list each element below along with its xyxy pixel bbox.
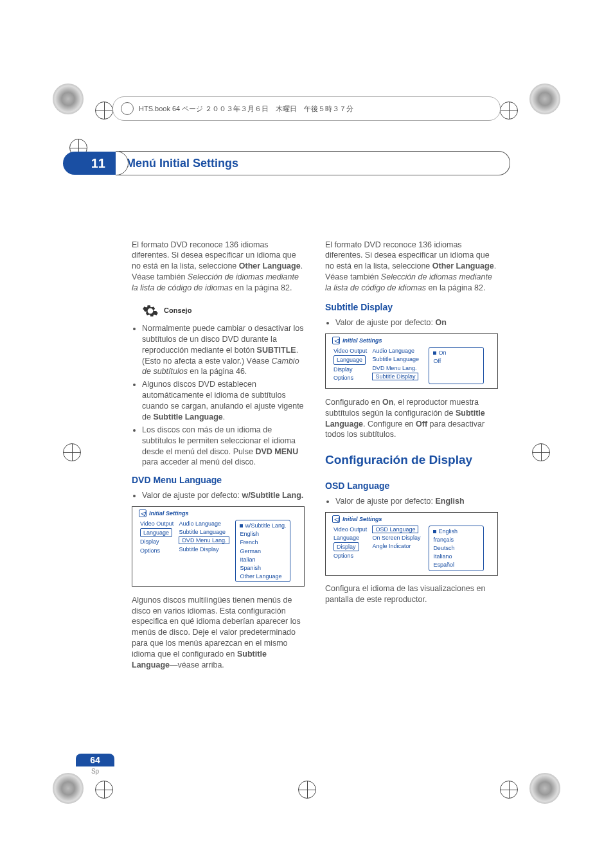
mini-item: Display	[139, 538, 175, 545]
corner-ornament	[53, 84, 84, 114]
text-bold: On	[435, 318, 446, 327]
mini-item: On Screen Display	[371, 534, 426, 542]
default-list: Valor de ajuste por defecto: On	[325, 317, 498, 328]
mini-item: Language	[332, 534, 368, 542]
corner-ornament	[529, 84, 560, 114]
mini-option: Off	[432, 357, 481, 365]
mini-option: Deutsch	[432, 544, 481, 552]
mini-mid-col: Audio Language Subtitle Language DVD Men…	[177, 520, 233, 582]
registration-mark-icon	[532, 443, 550, 461]
mini-item-highlight: OSD Language	[372, 526, 418, 533]
corner-ornament	[53, 773, 84, 804]
text: para acceder al menú del disco.	[142, 457, 256, 466]
mini-left-col: Video Output Language Display Options	[139, 520, 175, 582]
default-list: Valor de ajuste por defecto: w/Subtitle …	[132, 490, 305, 501]
mini-right-col: English français Deutsch Italiano Españo…	[429, 526, 484, 571]
heading-dvd-menu-language: DVD Menu Language	[132, 474, 305, 486]
mini-item: Options	[332, 374, 368, 382]
list-item: Valor de ajuste por defecto: w/Subtitle …	[142, 490, 305, 501]
mini-item: Audio Language	[371, 347, 426, 355]
tip-list: Normalmente puede cambiar o desactivar l…	[132, 323, 305, 468]
mini-title-row: ◁ Initial Settings	[326, 513, 497, 524]
text-bold: w/Subtitle Lang.	[242, 491, 303, 500]
text-bold: Other Language	[432, 261, 494, 270]
text: Valor de ajuste por defecto:	[335, 318, 435, 327]
mini-option: Italian	[238, 556, 287, 563]
mini-item-selected: Language	[140, 528, 172, 537]
text: . Configure en	[363, 420, 416, 429]
text-bold: Off	[416, 420, 427, 429]
text: —véase arriba.	[170, 660, 224, 669]
mini-item: Subtitle Display	[177, 545, 233, 553]
mini-item: Audio Language	[177, 520, 233, 527]
mini-item: Subtitle Language	[177, 528, 233, 536]
text: en la página 46.	[188, 367, 247, 376]
heading-osd-language: OSD Language	[325, 480, 498, 492]
list-item: Los discos con más de un idioma de subtí…	[142, 425, 305, 468]
mini-item: Angle Indicator	[371, 542, 426, 550]
mini-title-row: ◁ Initial Settings	[132, 507, 304, 518]
back-arrow-icon: ◁	[332, 515, 340, 523]
mini-mid-col: OSD Language On Screen Display Angle Ind…	[371, 526, 426, 571]
text-bold: English	[435, 497, 464, 506]
mini-body: Video Output Language Display Options OS…	[326, 524, 497, 575]
page-root: HTS.book 64 ページ ２００３年３月６日 木曜日 午後５時３７分 11…	[0, 0, 613, 868]
registration-mark-small-icon	[121, 102, 134, 115]
book-header-text: HTS.book 64 ページ ２００３年３月６日 木曜日 午後５時３７分	[139, 104, 353, 114]
registration-mark-icon	[500, 781, 518, 799]
text: Valor de ajuste por defecto:	[335, 497, 435, 506]
text-bold: SUBTITLE	[257, 346, 296, 355]
mini-right-col: w/Subtitle Lang. English French German I…	[235, 520, 290, 582]
gear-icon	[142, 303, 159, 319]
registration-mark-icon	[95, 781, 113, 799]
mini-item: Options	[139, 547, 175, 554]
mini-option-selected: w/Subtitle Lang.	[238, 522, 287, 529]
list-item: Normalmente puede cambiar o desactivar l…	[142, 323, 305, 377]
page-number: 64	[76, 754, 114, 766]
text: .	[223, 412, 225, 421]
mini-left-col: Video Output Language Display Options	[332, 347, 368, 384]
paragraph: El formato DVD reconoce 136 idiomas dife…	[132, 240, 305, 294]
mini-title: Initial Settings	[342, 515, 382, 523]
registration-mark-icon	[500, 102, 518, 120]
back-arrow-icon: ◁	[139, 509, 147, 517]
registration-mark-icon	[298, 781, 316, 799]
chapter-number: 11	[63, 152, 116, 175]
mini-item: Video Output	[139, 520, 175, 527]
tip-header: Consejo	[142, 303, 305, 319]
heading-display-config: Configuración de Display	[325, 452, 498, 468]
content-area: El formato DVD reconoce 136 idiomas dife…	[132, 231, 498, 678]
mini-option: Spanish	[238, 564, 287, 572]
settings-screenshot-dvd-menu: ◁ Initial Settings Video Output Language…	[132, 506, 305, 587]
registration-mark-icon	[63, 443, 81, 461]
text: Algunos discos multilingües tienen menús…	[132, 596, 301, 659]
default-list: Valor de ajuste por defecto: English	[325, 496, 498, 507]
book-header-bar: HTS.book 64 ページ ２００３年３月６日 木曜日 午後５時３７分	[112, 96, 501, 121]
mini-item-selected: Display	[333, 542, 359, 551]
left-column: El formato DVD reconoce 136 idiomas dife…	[132, 231, 305, 678]
text: en la página 82.	[233, 283, 292, 292]
paragraph: Configura el idioma de las visualizacion…	[325, 583, 498, 605]
mini-item: Options	[332, 552, 368, 560]
mini-item: Video Output	[332, 526, 368, 533]
mini-item: DVD Menu Lang.	[371, 364, 426, 372]
mini-item: Subtitle Language	[371, 355, 426, 363]
back-arrow-icon: ◁	[332, 337, 340, 344]
list-item: Valor de ajuste por defecto: English	[335, 496, 498, 507]
text: Valor de ajuste por defecto:	[142, 491, 242, 500]
text-bold: Subtitle Language	[153, 412, 222, 421]
list-item: Valor de ajuste por defecto: On	[335, 317, 498, 328]
mini-option: français	[432, 536, 481, 544]
mini-left-col: Video Output Language Display Options	[332, 526, 368, 571]
mini-option: Italiano	[432, 553, 481, 560]
text: en la página 82.	[426, 283, 485, 292]
text-bold: DVD MENU	[256, 447, 299, 456]
mini-item-selected: Language	[333, 355, 366, 364]
chapter-title-text: Menú Initial Settings	[126, 157, 238, 170]
mini-title-row: ◁ Initial Settings	[326, 334, 497, 346]
mini-option: French	[238, 538, 287, 546]
heading-subtitle-display: Subtitle Display	[325, 301, 498, 314]
right-column: El formato DVD reconoce 136 idiomas dife…	[325, 231, 498, 678]
paragraph: Configurado en On, el reproductor muestr…	[325, 397, 498, 441]
mini-item: Video Output	[332, 347, 368, 355]
